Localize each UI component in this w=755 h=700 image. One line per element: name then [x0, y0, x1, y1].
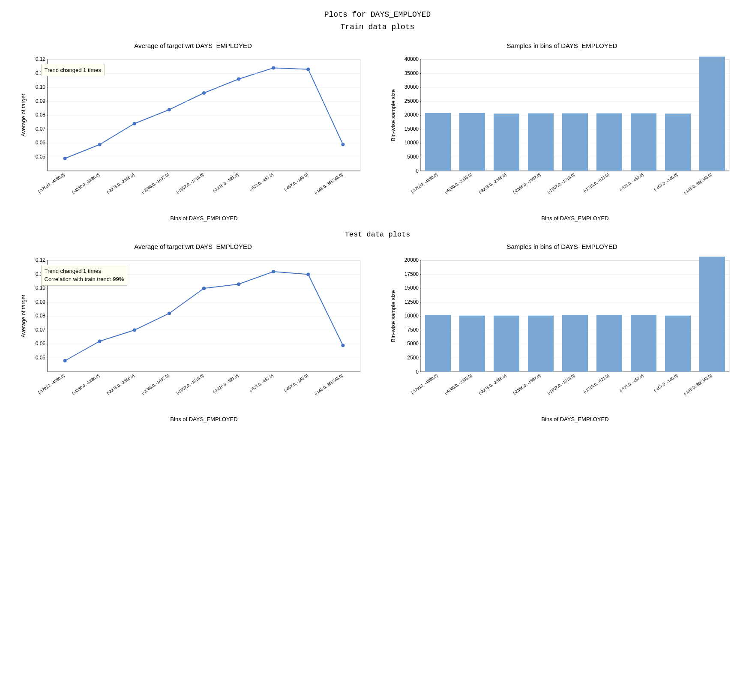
svg-text:(-3235.0, -2366.0]: (-3235.0, -2366.0] — [105, 172, 135, 194]
svg-rect-178 — [699, 257, 725, 372]
train-bar-chart-container: Samples in bins of DAYS_EMPLOYED 0 5000 … — [386, 42, 738, 226]
svg-text:30000: 30000 — [404, 84, 419, 90]
train-line-svg: 0.05 0.06 0.07 0.08 0.09 — [18, 51, 369, 222]
svg-text:(-1697.0, -1216.0]: (-1697.0, -1216.0] — [175, 373, 204, 395]
svg-text:15000: 15000 — [404, 126, 419, 132]
svg-rect-177 — [665, 315, 691, 371]
page-title: Plots for DAYS_EMPLOYED Train data plots — [9, 9, 746, 33]
svg-text:0.12: 0.12 — [35, 257, 45, 263]
svg-point-137 — [272, 270, 275, 273]
svg-point-134 — [167, 311, 171, 315]
train-plots-row: Average of target wrt DAYS_EMPLOYED Tren… — [9, 42, 746, 226]
test-bar-svg: 0 2500 5000 7500 10000 12500 15000 17500… — [386, 252, 738, 423]
svg-text:(-457.0, -145.0]: (-457.0, -145.0] — [283, 373, 309, 392]
train-trend-box: Trend changed 1 times — [41, 64, 105, 77]
svg-text:(-1697.0, -1216.0]: (-1697.0, -1216.0] — [546, 373, 575, 395]
svg-text:Bins of DAYS_EMPLOYED: Bins of DAYS_EMPLOYED — [541, 215, 608, 221]
svg-text:(-2366.0, -1697.0]: (-2366.0, -1697.0] — [512, 172, 541, 194]
svg-text:[-17583, -4880.0): [-17583, -4880.0) — [410, 172, 438, 194]
svg-text:0.09: 0.09 — [35, 299, 45, 305]
svg-text:10000: 10000 — [404, 140, 419, 146]
svg-point-29 — [63, 156, 66, 160]
svg-text:(-145.0, 365243.0]: (-145.0, 365243.0] — [313, 172, 343, 195]
svg-rect-176 — [631, 315, 656, 372]
svg-rect-78 — [528, 113, 554, 171]
svg-text:0.08: 0.08 — [35, 112, 45, 118]
svg-rect-83 — [699, 57, 725, 171]
svg-rect-82 — [665, 114, 691, 171]
svg-text:Average of target: Average of target — [20, 294, 27, 337]
svg-text:(-4880.0, -3235.0]: (-4880.0, -3235.0] — [443, 373, 472, 395]
svg-rect-75 — [425, 113, 451, 171]
svg-text:Bin-wise sample size: Bin-wise sample size — [390, 290, 396, 342]
test-bar-chart-container: Samples in bins of DAYS_EMPLOYED 0 2500 … — [386, 243, 738, 427]
svg-point-33 — [202, 91, 206, 95]
svg-rect-79 — [562, 113, 588, 171]
test-trend-box: Trend changed 1 times Correlation with t… — [41, 265, 128, 286]
svg-text:0.12: 0.12 — [35, 56, 45, 62]
svg-text:[-17912, -4880.0): [-17912, -4880.0) — [410, 373, 438, 395]
svg-text:(-145.0, 365243.0]: (-145.0, 365243.0] — [683, 172, 713, 195]
svg-text:(-145.0, 365243.0]: (-145.0, 365243.0] — [313, 373, 343, 396]
svg-text:(-3235.0, -2366.0]: (-3235.0, -2366.0] — [477, 172, 506, 194]
svg-text:17500: 17500 — [404, 271, 419, 277]
svg-text:(-1697.0, -1216.0]: (-1697.0, -1216.0] — [546, 172, 575, 194]
svg-text:(-821.0, -457.0]: (-821.0, -457.0] — [618, 373, 644, 392]
svg-point-32 — [167, 108, 171, 111]
svg-rect-171 — [459, 315, 485, 371]
svg-text:Bin-wise sample size: Bin-wise sample size — [390, 89, 396, 141]
svg-text:0.05: 0.05 — [35, 355, 45, 361]
svg-text:5000: 5000 — [407, 341, 419, 347]
svg-text:0.09: 0.09 — [35, 98, 45, 104]
svg-text:(-457.0, -145.0]: (-457.0, -145.0] — [653, 373, 678, 392]
svg-text:0: 0 — [416, 369, 419, 375]
svg-rect-81 — [631, 113, 656, 171]
svg-rect-77 — [494, 114, 519, 171]
svg-text:Bins of DAYS_EMPLOYED: Bins of DAYS_EMPLOYED — [170, 215, 237, 221]
svg-text:Bins of DAYS_EMPLOYED: Bins of DAYS_EMPLOYED — [170, 416, 237, 422]
svg-text:(-1216.0, -821.0]: (-1216.0, -821.0] — [212, 172, 239, 193]
svg-text:0.06: 0.06 — [35, 140, 45, 146]
svg-text:20000: 20000 — [404, 112, 419, 118]
svg-text:0.07: 0.07 — [35, 126, 45, 132]
svg-rect-175 — [596, 315, 622, 372]
svg-text:(-821.0, -457.0]: (-821.0, -457.0] — [248, 373, 274, 392]
svg-text:(-2366.0, -1697.0]: (-2366.0, -1697.0] — [140, 373, 169, 395]
svg-text:(-2366.0, -1697.0]: (-2366.0, -1697.0] — [512, 373, 541, 395]
svg-text:5000: 5000 — [407, 154, 419, 160]
test-bar-chart-title: Samples in bins of DAYS_EMPLOYED — [386, 243, 738, 250]
train-bar-svg: 0 5000 10000 15000 20000 25000 30000 350… — [386, 51, 738, 222]
svg-point-131 — [63, 359, 66, 362]
svg-point-132 — [98, 339, 101, 343]
svg-text:(-4880.0, -3235.0]: (-4880.0, -3235.0] — [443, 172, 472, 194]
svg-text:(-457.0, -145.0]: (-457.0, -145.0] — [283, 172, 309, 191]
train-line-chart-container: Average of target wrt DAYS_EMPLOYED Tren… — [18, 42, 369, 226]
svg-point-135 — [202, 287, 206, 290]
svg-text:10000: 10000 — [404, 313, 419, 319]
svg-text:20000: 20000 — [404, 257, 419, 263]
svg-point-31 — [132, 122, 136, 125]
svg-rect-76 — [459, 113, 485, 171]
svg-point-30 — [98, 143, 101, 146]
svg-rect-80 — [596, 113, 622, 171]
svg-text:(-145.0, 365243.0]: (-145.0, 365243.0] — [683, 373, 713, 396]
svg-text:35000: 35000 — [404, 70, 419, 76]
svg-rect-172 — [494, 315, 519, 371]
svg-point-35 — [272, 66, 275, 69]
svg-point-139 — [341, 344, 345, 347]
svg-rect-170 — [425, 315, 451, 372]
svg-text:0.10: 0.10 — [35, 84, 45, 90]
svg-text:(-821.0, -457.0]: (-821.0, -457.0] — [248, 172, 274, 191]
test-line-chart-container: Average of target wrt DAYS_EMPLOYED Tren… — [18, 243, 369, 427]
svg-text:0.07: 0.07 — [35, 327, 45, 333]
svg-text:0.10: 0.10 — [35, 285, 45, 291]
svg-text:0.06: 0.06 — [35, 341, 45, 347]
svg-text:2500: 2500 — [407, 355, 419, 361]
svg-text:Average of target: Average of target — [20, 93, 27, 136]
svg-text:7500: 7500 — [407, 327, 419, 333]
svg-text:[-17583, -4880.0): [-17583, -4880.0) — [37, 172, 65, 194]
test-line-chart-title: Average of target wrt DAYS_EMPLOYED — [18, 243, 369, 250]
svg-point-133 — [132, 328, 136, 332]
svg-text:Bins of DAYS_EMPLOYED: Bins of DAYS_EMPLOYED — [541, 416, 608, 422]
svg-point-36 — [306, 67, 310, 71]
